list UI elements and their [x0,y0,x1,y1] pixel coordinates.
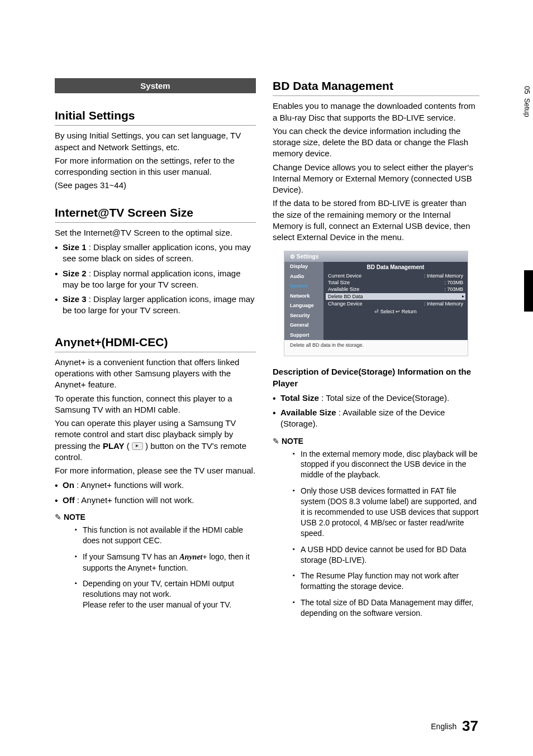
row-label: Delete BD Data [328,294,363,299]
chapter-number: 05 [523,86,531,94]
anynet-logo: Anynet+ [179,553,207,561]
heading-anynet: Anynet+(HDMI-CEC) [55,334,256,352]
row-label: Current Device [328,273,361,279]
heading-initial-settings: Initial Settings [55,108,256,126]
item-text: : Anynet+ functions will work. [74,480,184,490]
item-label: Size 1 [63,242,87,252]
item-label: Size 3 [63,294,87,304]
heading-bd-data: BD Data Management [273,78,479,96]
sidebar-tab: 05 Setup [521,83,533,121]
item-text: : Total size of the Device(Storage). [319,393,449,403]
note-item: The Resume Play function may not work af… [293,571,479,592]
note-item: In the external memory mode, disc playba… [293,449,479,481]
list-item: Off : Anynet+ function will not work. [55,495,256,506]
row-value: : Internal Memory [424,301,463,307]
para: To operate this function, connect this p… [55,393,256,416]
footer-page: 37 [462,717,478,734]
para: Enables you to manage the downloaded con… [273,101,479,123]
panel-title: BD Data Management [328,264,463,270]
note-item: If your Samsung TV has an Anynet+ logo, … [75,552,256,573]
nav-audio: Audio [284,272,323,282]
list-anynet-options: On : Anynet+ functions will work. Off : … [55,480,256,506]
para: (See pages 31~44) [55,180,256,191]
footer-lang: English [431,722,456,731]
nav-display: Display [284,262,323,272]
settings-nav: Display Audio System Network Language Se… [284,262,323,340]
list-item: Size 1 : Display smaller application ico… [55,242,256,265]
settings-title: Settings [284,251,468,262]
row-value: : 703MB [444,280,463,285]
settings-screenshot: Settings Display Audio System Network La… [284,251,468,356]
list-item: Available Size : Available size of the D… [273,407,479,430]
para: Change Device allows you to select eithe… [273,162,479,196]
nav-network: Network [284,291,323,302]
row-label: Total Size [328,280,350,285]
system-banner: System [55,78,256,93]
list-item: Total Size : Total size of the Device(St… [273,393,479,404]
list-itv-sizes: Size 1 : Display smaller application ico… [55,242,256,317]
item-label: Off [63,495,75,505]
list-item: On : Anynet+ functions will work. [55,480,256,491]
row-total-size: Total Size: 703MB [328,279,463,286]
list-item: Size 3 : Display larger application icon… [55,294,256,317]
item-text: : Anynet+ function will not work. [75,495,194,505]
row-label: Change Device [328,301,363,307]
note-heading: NOTE [273,437,479,446]
section-name: Setup [523,98,531,117]
para: You can check the device information inc… [273,126,479,160]
list-desc: Total Size : Total size of the Device(St… [273,393,479,430]
panel-buttons: ⏎ Select ↩ Return [328,307,463,314]
list-item: Size 2 : Display normal application icon… [55,268,256,291]
row-change-device: Change Device: Internal Memory [328,300,463,307]
settings-caption: Delete all BD data in the storage. [284,340,468,356]
nav-language: Language [284,301,323,311]
settings-panel: BD Data Management Current Device: Inter… [323,262,468,340]
row-label: Available Size [328,286,359,292]
item-label: Size 2 [63,269,87,278]
nav-general: General [284,320,323,331]
desc-heading: Description of Device(Storage) Informati… [273,366,479,389]
note-item: The total size of BD Data Management may… [293,597,479,619]
text: If your Samsung TV has an [83,552,179,561]
play-button-icon [132,442,143,450]
note-list: In the external memory mode, disc playba… [273,449,479,619]
play-label: PLAY [103,441,125,451]
row-available-size: Available Size: 703MB [328,286,463,293]
para: If the data to be stored from BD-LIVE is… [273,198,479,243]
item-text: : Display normal application icons, imag… [63,269,241,289]
page-edge-tab [524,270,533,312]
para: You can operate this player using a Sams… [55,418,256,463]
page-footer: English 37 [431,717,478,735]
item-text: : Display smaller application icons, you… [63,242,251,263]
row-delete-bd-data: Delete BD Data [326,293,465,300]
para: For more information on the settings, re… [55,155,256,178]
row-current-device: Current Device: Internal Memory [328,272,463,279]
note-item: A USB HDD device cannot be used for BD D… [293,544,479,566]
nav-security: Security [284,311,323,321]
item-text: : Display larger application icons, imag… [63,294,255,315]
para: By using Initial Settings, you can set l… [55,130,256,153]
nav-system: System [284,281,323,291]
heading-internet-tv: Internet@TV Screen Size [55,205,256,223]
item-label: Available Size [280,408,336,417]
para: For more information, please see the TV … [55,465,256,476]
para: Set the Internet@TV Screen to the optima… [55,227,256,238]
item-label: On [63,480,74,490]
row-value: : 703MB [444,286,463,292]
note-list: This function is not available if the HD… [55,525,256,610]
note-item: Depending on your TV, certain HDMI outpu… [75,578,256,610]
item-label: Total Size [280,393,319,403]
nav-support: Support [284,331,323,341]
row-value: : Internal Memory [424,273,463,279]
note-heading: NOTE [55,513,256,521]
note-item: This function is not available if the HD… [75,525,256,546]
para: Anynet+ is a convenient function that of… [55,357,256,391]
note-item: Only those USB devices formatted in FAT … [293,486,479,538]
